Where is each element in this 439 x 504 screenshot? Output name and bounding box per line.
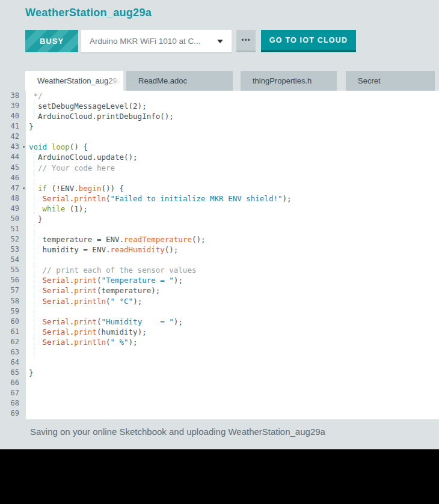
code-line-text[interactable]: if (!ENV.begin()) { xyxy=(26,183,439,193)
code-line-text[interactable]: Serial.println(" °C"); xyxy=(26,296,439,306)
code-line-text[interactable]: Serial.print(temperature); xyxy=(26,285,439,296)
code-line[interactable]: 45 // Your code here xyxy=(0,163,439,173)
code-editor[interactable]: 38 */39 setDebugMessageLevel(2);40 Ardui… xyxy=(0,91,439,419)
code-line-text[interactable] xyxy=(26,132,439,142)
more-options-button[interactable]: ••• xyxy=(236,30,256,52)
code-line[interactable]: 58 Serial.println(" °C"); xyxy=(0,296,439,306)
code-line[interactable]: 56 Serial.print("Temperature = "); xyxy=(0,275,439,285)
code-line-text[interactable]: // Your code here xyxy=(26,163,439,173)
line-number: 59 xyxy=(0,306,26,317)
code-line[interactable]: 63 xyxy=(0,347,439,357)
code-line[interactable]: 68 xyxy=(0,398,439,408)
line-number: 43▾ xyxy=(0,142,26,152)
code-line[interactable]: 50 } xyxy=(0,214,439,224)
code-line[interactable]: 39 setDebugMessageLevel(2); xyxy=(0,101,439,111)
indent-guide xyxy=(34,327,34,337)
code-line[interactable]: 69 xyxy=(0,408,439,419)
code-line-text[interactable]: } xyxy=(26,121,439,132)
code-line[interactable]: 46 xyxy=(0,173,439,183)
tab-readme[interactable]: ReadMe.adoc xyxy=(126,71,233,91)
code-line[interactable]: 47▾ if (!ENV.begin()) { xyxy=(0,183,439,193)
line-number: 61 xyxy=(0,327,26,337)
fold-arrow-icon[interactable]: ▾ xyxy=(22,183,25,193)
tab-thingproperties[interactable]: thingProperties.h xyxy=(241,71,337,91)
tab-label: Secret xyxy=(358,76,381,85)
code-line-text[interactable]: setDebugMessageLevel(2); xyxy=(26,101,439,111)
tab-bar: WeatherStation_aug29a.i ReadMe.adoc thin… xyxy=(25,71,435,91)
code-line[interactable]: 64 xyxy=(0,357,439,368)
line-number: 38 xyxy=(0,91,26,101)
code-line[interactable]: 67 xyxy=(0,388,439,398)
indent-guide xyxy=(34,317,34,327)
code-line-text[interactable]: while (1); xyxy=(26,204,439,214)
code-line[interactable]: 43▾void loop() { xyxy=(0,142,439,152)
code-line[interactable]: 65} xyxy=(0,368,439,378)
code-line-text[interactable]: ArduinoCloud.update(); xyxy=(26,152,439,162)
code-line-text[interactable]: void loop() { xyxy=(26,142,439,152)
code-line-text[interactable] xyxy=(26,173,439,183)
code-line-text[interactable] xyxy=(26,357,439,368)
code-line-text[interactable] xyxy=(26,347,439,357)
code-line-text[interactable]: Serial.print("Temperature = "); xyxy=(26,275,439,285)
indent-guide xyxy=(34,183,34,193)
code-line-text[interactable]: Serial.print(humidity); xyxy=(26,327,439,337)
line-number: 60 xyxy=(0,317,26,327)
indent-guide xyxy=(34,193,34,204)
line-number: 44 xyxy=(0,152,26,162)
line-number: 40 xyxy=(0,111,26,121)
code-line[interactable]: 38 */ xyxy=(0,91,439,101)
code-line-text[interactable]: */ xyxy=(26,91,439,101)
code-line-text[interactable]: Serial.println("Failed to initialize MKR… xyxy=(26,193,439,204)
code-line-text[interactable]: humidity = ENV.readHumidity(); xyxy=(26,244,439,255)
code-line[interactable]: 61 Serial.print(humidity); xyxy=(0,327,439,337)
code-line-text[interactable]: } xyxy=(26,214,439,224)
code-line[interactable]: 57 Serial.print(temperature); xyxy=(0,285,439,296)
code-line-text[interactable]: // print each of the sensor values xyxy=(26,265,439,275)
code-line-text[interactable] xyxy=(26,408,439,419)
code-line-text[interactable] xyxy=(26,388,439,398)
code-line[interactable]: 59 xyxy=(0,306,439,317)
code-line-text[interactable]: Serial.print("Humidity = "); xyxy=(26,317,439,327)
code-line-text[interactable] xyxy=(26,378,439,388)
fold-arrow-icon[interactable]: ▾ xyxy=(22,142,25,152)
busy-upload-button[interactable]: BUSY xyxy=(25,30,78,52)
line-number: 53 xyxy=(0,244,26,255)
code-line[interactable]: 52 temperature = ENV.readTemperature(); xyxy=(0,234,439,244)
code-line[interactable]: 41} xyxy=(0,121,439,132)
code-line[interactable]: 54 xyxy=(0,255,439,265)
device-dropdown-value: Arduino MKR WiFi 1010 at C... xyxy=(90,37,201,46)
line-number: 69 xyxy=(0,408,26,419)
code-line[interactable]: 62 Serial.println(" %"); xyxy=(0,337,439,347)
go-to-iot-cloud-button[interactable]: GO TO IOT CLOUD xyxy=(261,30,356,52)
code-line-text[interactable] xyxy=(26,306,439,317)
code-line[interactable]: 42 xyxy=(0,132,439,142)
code-line[interactable]: 49 while (1); xyxy=(0,204,439,214)
code-line[interactable]: 53 humidity = ENV.readHumidity(); xyxy=(0,244,439,255)
line-number: 46 xyxy=(0,173,26,183)
indent-guide xyxy=(34,265,34,275)
indent-guide xyxy=(34,244,34,255)
code-line[interactable]: 55 // print each of the sensor values xyxy=(0,265,439,275)
code-line[interactable]: 51 xyxy=(0,224,439,234)
tab-label: ReadMe.adoc xyxy=(138,76,187,85)
tab-secret[interactable]: Secret xyxy=(346,71,435,91)
code-line-text[interactable] xyxy=(26,398,439,408)
console-panel-collapsed xyxy=(0,449,439,504)
line-number: 52 xyxy=(0,234,26,244)
code-line[interactable]: 48 Serial.println("Failed to initialize … xyxy=(0,193,439,204)
code-line-text[interactable] xyxy=(26,255,439,265)
line-number: 68 xyxy=(0,398,26,408)
code-line-text[interactable]: ArduinoCloud.printDebugInfo(); xyxy=(26,111,439,121)
indent-guide xyxy=(34,173,34,183)
code-line[interactable]: 44 ArduinoCloud.update(); xyxy=(0,152,439,162)
code-line-text[interactable]: temperature = ENV.readTemperature(); xyxy=(26,234,439,244)
code-line[interactable]: 66 xyxy=(0,378,439,388)
device-dropdown[interactable]: Arduino MKR WiFi 1010 at C... xyxy=(81,30,232,52)
code-line-text[interactable] xyxy=(26,224,439,234)
code-line[interactable]: 40 ArduinoCloud.printDebugInfo(); xyxy=(0,111,439,121)
code-line-text[interactable]: } xyxy=(26,368,439,378)
tab-sketch[interactable]: WeatherStation_aug29a.i xyxy=(25,71,123,91)
code-line-text[interactable]: Serial.println(" %"); xyxy=(26,337,439,347)
line-number: 58 xyxy=(0,296,26,306)
code-line[interactable]: 60 Serial.print("Humidity = "); xyxy=(0,317,439,327)
